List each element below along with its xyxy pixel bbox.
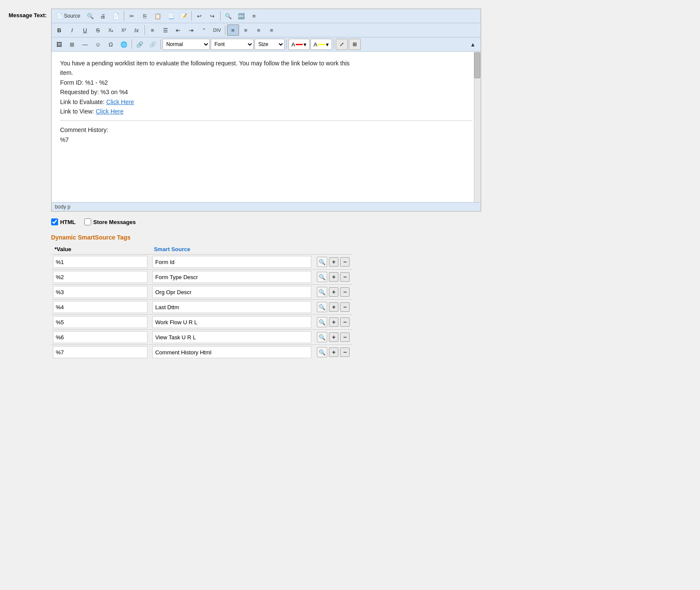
source-button[interactable]: 📄 Source	[53, 10, 83, 22]
add-btn-6[interactable]: +	[329, 347, 338, 357]
bg-color-button[interactable]: A▾	[310, 39, 332, 50]
search-btn-0[interactable]: 🔍	[317, 257, 327, 267]
link-evaluate[interactable]: Click Here	[106, 98, 134, 105]
remove-btn-5[interactable]: −	[340, 332, 350, 342]
remove-btn-6[interactable]: −	[340, 347, 350, 357]
cut-button[interactable]: ✂	[126, 10, 138, 22]
sep6	[132, 40, 132, 49]
ordered-list-button[interactable]: ≡	[147, 25, 159, 36]
align-right-button[interactable]: ≡	[253, 25, 265, 36]
paste-text-button[interactable]: 📃	[165, 10, 177, 22]
remove-btn-1[interactable]: −	[340, 272, 350, 282]
toolbar-row2: B I U S X₂ X² Ix ≡ ☰ ⇤ ⇥ " DIV ≡ ≡ ≡ ≡	[52, 23, 481, 37]
value-input-1[interactable]	[53, 271, 147, 283]
percent7-text: %7	[60, 135, 472, 144]
add-btn-1[interactable]: +	[329, 272, 338, 282]
link-view[interactable]: Click Here	[96, 108, 124, 115]
page-wrapper: Message Text: 📄 Source 🔍 🖨 📄 ✂ ⎘ 📋 📃 📝 ↩	[9, 9, 691, 360]
smart-input-0[interactable]	[152, 256, 311, 268]
paragraph-format-dropdown[interactable]: Normal	[163, 39, 210, 50]
print-button[interactable]: 🖨	[97, 10, 109, 22]
smart-input-5[interactable]	[152, 331, 311, 343]
collapse-button[interactable]: ▲	[467, 39, 479, 50]
scroll-thumb[interactable]	[474, 52, 480, 78]
undo-button[interactable]: ↩	[193, 10, 206, 22]
paste-button[interactable]: 📋	[152, 10, 164, 22]
unordered-list-button[interactable]: ☰	[160, 25, 172, 36]
add-btn-3[interactable]: +	[329, 302, 338, 312]
value-input-0[interactable]	[53, 256, 147, 268]
smart-input-2[interactable]	[152, 286, 311, 298]
copy-button[interactable]: ⎘	[139, 10, 151, 22]
search-btn-2[interactable]: 🔍	[317, 287, 327, 297]
search-replace-button[interactable]: 🔍	[222, 10, 234, 22]
font-dropdown[interactable]: Font	[211, 39, 254, 50]
document-button[interactable]: 📄	[110, 10, 122, 22]
underline-button[interactable]: U	[79, 25, 91, 36]
add-btn-0[interactable]: +	[329, 257, 338, 267]
smiley-button[interactable]: ☺	[92, 39, 104, 50]
hr-button[interactable]: —	[79, 39, 91, 50]
editor-container: 📄 Source 🔍 🖨 📄 ✂ ⎘ 📋 📃 📝 ↩ ↪ 🔍 🔤 ≡	[51, 9, 481, 212]
bold-button[interactable]: B	[53, 25, 65, 36]
smart-source-title: Dynamic SmartSource Tags	[51, 234, 481, 241]
align-left-button[interactable]: ≡	[227, 25, 239, 36]
strikethrough-button[interactable]: S	[92, 25, 104, 36]
sep1	[124, 11, 124, 21]
add-btn-5[interactable]: +	[329, 332, 338, 342]
html-checkbox[interactable]	[51, 218, 58, 225]
add-btn-2[interactable]: +	[329, 287, 338, 297]
superscript-button[interactable]: X²	[118, 25, 130, 36]
link-button[interactable]: 🔗	[134, 39, 146, 50]
align-center-button[interactable]: ≡	[240, 25, 252, 36]
scrollbar[interactable]	[474, 52, 481, 202]
sep5	[225, 25, 225, 35]
search-btn-4[interactable]: 🔍	[317, 317, 327, 327]
show-blocks-button[interactable]: ≡	[248, 10, 260, 22]
blocks-button[interactable]: ⊞	[349, 39, 361, 50]
smart-input-6[interactable]	[152, 346, 311, 358]
decrease-indent-button[interactable]: ⇤	[172, 25, 184, 36]
subscript-button[interactable]: X₂	[105, 25, 117, 36]
remove-btn-4[interactable]: −	[340, 317, 350, 327]
maximize-button[interactable]: ⤢	[336, 39, 348, 50]
search-btn-6[interactable]: 🔍	[317, 347, 327, 357]
remove-btn-3[interactable]: −	[340, 302, 350, 312]
value-input-2[interactable]	[53, 286, 147, 298]
remove-format-button[interactable]: Ix	[131, 25, 143, 36]
store-messages-checkbox[interactable]	[84, 218, 91, 225]
search-btn-3[interactable]: 🔍	[317, 302, 327, 312]
value-input-6[interactable]	[53, 346, 147, 358]
sep9	[334, 40, 334, 49]
smart-input-1[interactable]	[152, 271, 311, 283]
checkboxes-row: HTML Store Messages	[51, 215, 481, 229]
increase-indent-button[interactable]: ⇥	[185, 25, 197, 36]
font-color-button[interactable]: A▾	[289, 39, 310, 50]
special-char-button[interactable]: Ω	[105, 39, 117, 50]
align-justify-button[interactable]: ≡	[266, 25, 278, 36]
blockquote-button[interactable]: "	[198, 25, 210, 36]
remove-btn-2[interactable]: −	[340, 287, 350, 297]
smart-input-4[interactable]	[152, 316, 311, 328]
div-button[interactable]: DIV	[211, 25, 223, 36]
value-input-4[interactable]	[53, 316, 147, 328]
paste-word-button[interactable]: 📝	[178, 10, 190, 22]
sep7	[160, 40, 161, 49]
table-button[interactable]: ⊞	[66, 39, 78, 50]
spellcheck-button[interactable]: 🔤	[235, 10, 247, 22]
search-btn-5[interactable]: 🔍	[317, 332, 327, 342]
italic-button[interactable]: I	[66, 25, 78, 36]
value-input-3[interactable]	[53, 301, 147, 313]
remove-btn-0[interactable]: −	[340, 257, 350, 267]
content-area[interactable]: You have a pending worklist item to eval…	[52, 52, 481, 202]
iframe-button[interactable]: 🌐	[118, 39, 130, 50]
find-button[interactable]: 🔍	[84, 10, 96, 22]
redo-button[interactable]: ↪	[206, 10, 218, 22]
image-button[interactable]: 🖼	[53, 39, 65, 50]
search-btn-1[interactable]: 🔍	[317, 272, 327, 282]
value-input-5[interactable]	[53, 331, 147, 343]
smart-input-3[interactable]	[152, 301, 311, 313]
size-dropdown[interactable]: Size	[255, 39, 285, 50]
add-btn-4[interactable]: +	[329, 317, 338, 327]
unlink-button[interactable]: 🔗	[147, 39, 159, 50]
